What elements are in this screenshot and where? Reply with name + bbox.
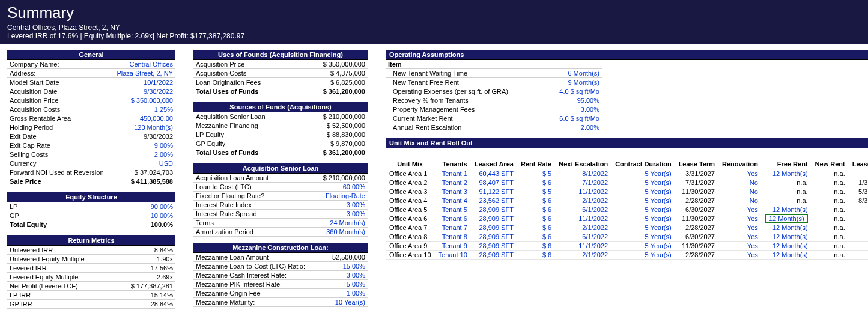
cell[interactable]: 12 Month(s)	[762, 251, 812, 260]
cell[interactable]: 91,122 SFT	[471, 187, 517, 196]
cell[interactable]: n.a.	[812, 214, 849, 223]
cell[interactable]: 11/1/2022	[555, 214, 612, 223]
row-value[interactable]: $ 177,387,281	[113, 282, 175, 291]
row-value[interactable]: $ 88,830,000	[300, 130, 368, 139]
row-value[interactable]: 120 Month(s)	[111, 123, 175, 132]
row-value[interactable]: $ 4,375,000	[297, 69, 368, 78]
cell[interactable]: Yes	[718, 169, 762, 178]
row-value[interactable]: 4.0 $ sq ft/Mo	[545, 87, 602, 96]
cell[interactable]: 12 Month(s)	[762, 169, 812, 178]
cell[interactable]: 28,909 SFT	[471, 242, 517, 251]
cell[interactable]: 7/1/2022	[555, 178, 612, 187]
row-value[interactable]: 3.00%	[302, 210, 368, 219]
row-value[interactable]: $ 210,000,000	[300, 112, 368, 121]
cell[interactable]: 5 Year(s)	[612, 251, 675, 260]
cell[interactable]: Office Area 5	[386, 205, 435, 214]
row-value[interactable]: 3.00%	[324, 271, 368, 280]
cell[interactable]: 5 Year(s)	[612, 232, 675, 242]
row-value[interactable]: 17.56%	[113, 264, 175, 273]
cell[interactable]: 8/1/2022	[555, 169, 612, 178]
cell[interactable]: No	[718, 178, 762, 187]
cell[interactable]: n.a.	[812, 178, 849, 187]
cell[interactable]: 1/31/2028	[849, 178, 868, 187]
cell[interactable]: n.a.	[812, 251, 849, 260]
cell[interactable]: 5 Year(s)	[612, 223, 675, 232]
cell[interactable]: Tenant 8	[435, 232, 471, 242]
cell[interactable]: 11/30/2027	[675, 187, 718, 196]
cell[interactable]: 6/30/2027	[675, 205, 718, 214]
cell[interactable]: 5 Year(s)	[612, 169, 675, 178]
cell[interactable]: Yes	[718, 205, 762, 214]
row-value[interactable]: 15.00%	[324, 262, 368, 271]
cell[interactable]: Yes	[718, 232, 762, 242]
cell[interactable]: Office Area 6	[386, 214, 435, 223]
cell[interactable]: Yes	[718, 251, 762, 260]
cell[interactable]: 2/1/2022	[555, 196, 612, 205]
cell[interactable]: 2/1/2022	[555, 223, 612, 232]
cell[interactable]: 12 Month(s)	[762, 205, 812, 214]
row-value[interactable]: $ 210,000,000	[302, 174, 368, 183]
cell[interactable]: 98,407 SFT	[471, 178, 517, 187]
row-value[interactable]: 52,500,000	[324, 253, 368, 262]
row-value[interactable]: 5.00%	[324, 280, 368, 289]
row-value[interactable]: 60.00%	[302, 183, 368, 192]
cell[interactable]: Tenant 10	[435, 251, 471, 260]
cell[interactable]: No	[718, 196, 762, 205]
row-value[interactable]: 1.90x	[113, 255, 175, 264]
cell[interactable]: $ 6	[517, 223, 555, 232]
row-value[interactable]: 3.00%	[302, 201, 368, 210]
row-value[interactable]: 9 Month(s)	[545, 78, 602, 87]
cell[interactable]: 28,909 SFT	[471, 223, 517, 232]
row-value[interactable]: 9/30/2032	[111, 132, 175, 141]
cell[interactable]: Office Area 7	[386, 223, 435, 232]
cell[interactable]: 23,562 SFT	[471, 196, 517, 205]
row-value[interactable]: Central Offices	[111, 60, 175, 69]
cell[interactable]: 6/1/2022	[555, 232, 612, 242]
cell[interactable]: 7/31/2027	[675, 178, 718, 187]
cell[interactable]: n.a.	[812, 223, 849, 232]
row-value[interactable]: 10.00%	[109, 211, 175, 220]
cell[interactable]: n.a.	[849, 214, 868, 223]
row-value[interactable]: 2.00%	[111, 150, 175, 159]
cell[interactable]: 12 Month(s)	[762, 223, 812, 232]
cell[interactable]: Office Area 9	[386, 242, 435, 251]
cell[interactable]: n.a.	[849, 205, 868, 214]
cell[interactable]: 28,909 SFT	[471, 205, 517, 214]
cell[interactable]: $ 6	[517, 214, 555, 223]
cell[interactable]: n.a.	[762, 178, 812, 187]
row-value[interactable]: 360 Month(s)	[302, 228, 368, 237]
cell[interactable]: $ 5	[517, 169, 555, 178]
cell[interactable]: Yes	[718, 223, 762, 232]
row-value[interactable]: 95.00%	[545, 96, 602, 105]
cell[interactable]: $ 6	[517, 196, 555, 205]
cell[interactable]: 28,909 SFT	[471, 251, 517, 260]
cell[interactable]: Tenant 4	[435, 196, 471, 205]
cell[interactable]: 28,909 SFT	[471, 214, 517, 223]
cell[interactable]: n.a.	[762, 196, 812, 205]
row-value[interactable]: 1.25%	[111, 105, 175, 114]
cell[interactable]: n.a.	[812, 242, 849, 251]
cell[interactable]: Tenant 9	[435, 242, 471, 251]
cell[interactable]: $ 5	[517, 187, 555, 196]
cell[interactable]: n.a.	[762, 187, 812, 196]
row-value[interactable]: USD	[111, 159, 175, 168]
cell[interactable]: 11/1/2022	[555, 242, 612, 251]
cell[interactable]: $ 6	[517, 232, 555, 242]
cell[interactable]: Office Area 4	[386, 196, 435, 205]
cell[interactable]: Tenant 3	[435, 187, 471, 196]
cell[interactable]: n.a.	[849, 242, 868, 251]
cell[interactable]: 28,909 SFT	[471, 232, 517, 242]
row-value[interactable]: $ 350,000,000	[297, 60, 368, 69]
cell[interactable]: Office Area 1	[386, 169, 435, 178]
cell[interactable]: n.a.	[849, 232, 868, 242]
row-value[interactable]: Plaza Street, 2, NY	[111, 69, 175, 78]
cell[interactable]: 2/28/2027	[675, 223, 718, 232]
cell[interactable]: 11/1/2022	[555, 187, 612, 196]
cell[interactable]: 5 Year(s)	[612, 196, 675, 205]
cell[interactable]: n.a.	[812, 205, 849, 214]
row-value[interactable]: $ 52,500,000	[300, 121, 368, 130]
cell[interactable]: 60,443 SFT	[471, 169, 517, 178]
cell[interactable]: n.a.	[849, 169, 868, 178]
cell[interactable]: Tenant 7	[435, 223, 471, 232]
row-value[interactable]: $ 37,024,703	[111, 168, 175, 177]
